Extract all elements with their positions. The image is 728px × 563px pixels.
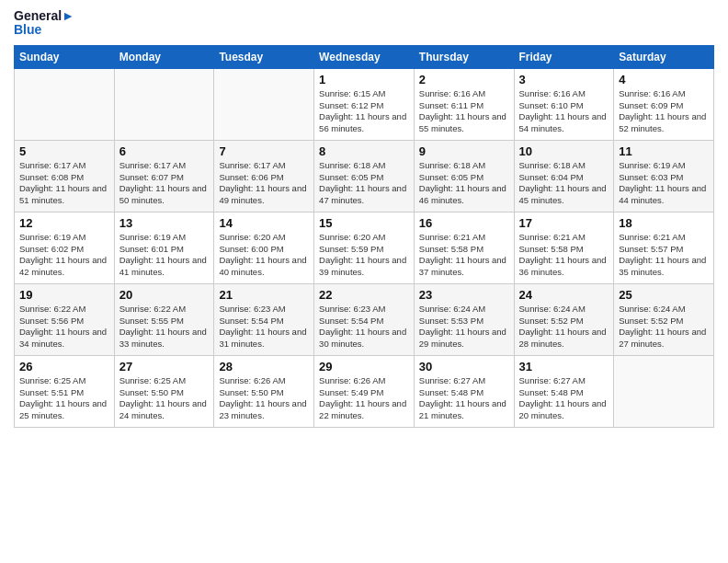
day-number: 24: [519, 288, 609, 302]
day-info: Sunrise: 6:16 AMSunset: 6:11 PMDaylight:…: [419, 88, 509, 135]
calendar-cell: 13 Sunrise: 6:19 AMSunset: 6:01 PMDaylig…: [114, 212, 214, 283]
day-info: Sunrise: 6:20 AMSunset: 6:00 PMDaylight:…: [219, 232, 309, 279]
day-info: Sunrise: 6:21 AMSunset: 5:58 PMDaylight:…: [419, 232, 509, 279]
day-number: 30: [419, 360, 509, 373]
calendar-cell: [214, 68, 314, 140]
calendar-cell: [114, 68, 214, 140]
calendar-cell: [614, 355, 714, 427]
calendar-container: General► Blue SundayMondayTuesdayWednesd…: [0, 0, 728, 437]
calendar-cell: 3 Sunrise: 6:16 AMSunset: 6:10 PMDayligh…: [514, 68, 614, 140]
day-info: Sunrise: 6:16 AMSunset: 6:10 PMDaylight:…: [519, 88, 609, 135]
weekday-header-thursday: Thursday: [414, 45, 514, 68]
day-info: Sunrise: 6:17 AMSunset: 6:08 PMDaylight:…: [19, 160, 109, 207]
calendar-cell: 6 Sunrise: 6:17 AMSunset: 6:07 PMDayligh…: [114, 140, 214, 212]
calendar-header: SundayMondayTuesdayWednesdayThursdayFrid…: [15, 45, 714, 68]
day-info: Sunrise: 6:21 AMSunset: 5:58 PMDaylight:…: [519, 232, 609, 279]
day-info: Sunrise: 6:26 AMSunset: 5:50 PMDaylight:…: [219, 375, 309, 422]
day-number: 15: [319, 216, 409, 230]
calendar-cell: 7 Sunrise: 6:17 AMSunset: 6:06 PMDayligh…: [214, 140, 314, 212]
weekday-header-sunday: Sunday: [15, 45, 115, 68]
day-number: 18: [619, 216, 709, 230]
calendar-cell: 12 Sunrise: 6:19 AMSunset: 6:02 PMDaylig…: [15, 212, 115, 283]
day-info: Sunrise: 6:22 AMSunset: 5:56 PMDaylight:…: [19, 304, 109, 350]
weekday-header-saturday: Saturday: [614, 45, 714, 68]
calendar-cell: [15, 68, 115, 140]
day-number: 16: [419, 216, 509, 230]
day-info: Sunrise: 6:16 AMSunset: 6:09 PMDaylight:…: [619, 88, 709, 135]
day-number: 20: [119, 288, 210, 302]
calendar-cell: 28 Sunrise: 6:26 AMSunset: 5:50 PMDaylig…: [214, 355, 314, 427]
day-number: 11: [619, 144, 709, 158]
day-number: 4: [619, 73, 709, 86]
logo: General► Blue: [14, 9, 74, 38]
day-number: 10: [519, 144, 609, 158]
header: General► Blue: [14, 9, 714, 38]
day-number: 22: [319, 288, 409, 302]
calendar-cell: 23 Sunrise: 6:24 AMSunset: 5:53 PMDaylig…: [414, 283, 514, 355]
calendar-cell: 1 Sunrise: 6:15 AMSunset: 6:12 PMDayligh…: [314, 68, 415, 140]
day-number: 7: [219, 144, 309, 158]
day-number: 23: [419, 288, 509, 302]
day-info: Sunrise: 6:18 AMSunset: 6:04 PMDaylight:…: [519, 160, 609, 207]
day-info: Sunrise: 6:18 AMSunset: 6:05 PMDaylight:…: [419, 160, 509, 207]
day-number: 5: [19, 144, 109, 158]
calendar-cell: 31 Sunrise: 6:27 AMSunset: 5:48 PMDaylig…: [514, 355, 614, 427]
calendar-cell: 29 Sunrise: 6:26 AMSunset: 5:49 PMDaylig…: [314, 355, 415, 427]
day-number: 29: [319, 360, 409, 373]
day-number: 9: [419, 144, 509, 158]
calendar-cell: 4 Sunrise: 6:16 AMSunset: 6:09 PMDayligh…: [614, 68, 714, 140]
day-info: Sunrise: 6:18 AMSunset: 6:05 PMDaylight:…: [319, 160, 409, 207]
calendar-cell: 16 Sunrise: 6:21 AMSunset: 5:58 PMDaylig…: [414, 212, 514, 283]
day-number: 6: [119, 144, 210, 158]
calendar-cell: 18 Sunrise: 6:21 AMSunset: 5:57 PMDaylig…: [614, 212, 714, 283]
day-info: Sunrise: 6:25 AMSunset: 5:50 PMDaylight:…: [119, 375, 210, 422]
day-info: Sunrise: 6:20 AMSunset: 5:59 PMDaylight:…: [319, 232, 409, 279]
day-info: Sunrise: 6:15 AMSunset: 6:12 PMDaylight:…: [319, 88, 409, 135]
day-number: 26: [19, 360, 109, 373]
calendar-cell: 5 Sunrise: 6:17 AMSunset: 6:08 PMDayligh…: [15, 140, 115, 212]
calendar-cell: 15 Sunrise: 6:20 AMSunset: 5:59 PMDaylig…: [314, 212, 415, 283]
day-number: 19: [19, 288, 109, 302]
calendar-table: SundayMondayTuesdayWednesdayThursdayFrid…: [14, 45, 714, 428]
calendar-cell: 27 Sunrise: 6:25 AMSunset: 5:50 PMDaylig…: [114, 355, 214, 427]
day-info: Sunrise: 6:19 AMSunset: 6:02 PMDaylight:…: [19, 232, 109, 279]
calendar-cell: 9 Sunrise: 6:18 AMSunset: 6:05 PMDayligh…: [414, 140, 514, 212]
calendar-cell: 21 Sunrise: 6:23 AMSunset: 5:54 PMDaylig…: [214, 283, 314, 355]
calendar-cell: 2 Sunrise: 6:16 AMSunset: 6:11 PMDayligh…: [414, 68, 514, 140]
weekday-header-monday: Monday: [114, 45, 214, 68]
weekday-header-tuesday: Tuesday: [214, 45, 314, 68]
calendar-cell: 24 Sunrise: 6:24 AMSunset: 5:52 PMDaylig…: [514, 283, 614, 355]
calendar-cell: 20 Sunrise: 6:22 AMSunset: 5:55 PMDaylig…: [114, 283, 214, 355]
day-info: Sunrise: 6:24 AMSunset: 5:53 PMDaylight:…: [419, 304, 509, 350]
calendar-cell: 14 Sunrise: 6:20 AMSunset: 6:00 PMDaylig…: [214, 212, 314, 283]
calendar-cell: 30 Sunrise: 6:27 AMSunset: 5:48 PMDaylig…: [414, 355, 514, 427]
day-number: 14: [219, 216, 309, 230]
day-number: 3: [519, 73, 609, 86]
day-number: 31: [519, 360, 609, 373]
day-info: Sunrise: 6:25 AMSunset: 5:51 PMDaylight:…: [19, 375, 109, 422]
day-number: 25: [619, 288, 709, 302]
day-number: 21: [219, 288, 309, 302]
weekday-header-wednesday: Wednesday: [314, 45, 415, 68]
day-info: Sunrise: 6:19 AMSunset: 6:01 PMDaylight:…: [119, 232, 210, 279]
day-info: Sunrise: 6:21 AMSunset: 5:57 PMDaylight:…: [619, 232, 709, 279]
day-number: 12: [19, 216, 109, 230]
day-info: Sunrise: 6:17 AMSunset: 6:06 PMDaylight:…: [219, 160, 309, 207]
calendar-cell: 25 Sunrise: 6:24 AMSunset: 5:52 PMDaylig…: [614, 283, 714, 355]
day-number: 28: [219, 360, 309, 373]
day-number: 13: [119, 216, 210, 230]
calendar-cell: 8 Sunrise: 6:18 AMSunset: 6:05 PMDayligh…: [314, 140, 415, 212]
calendar-cell: 11 Sunrise: 6:19 AMSunset: 6:03 PMDaylig…: [614, 140, 714, 212]
weekday-header-friday: Friday: [514, 45, 614, 68]
day-number: 8: [319, 144, 409, 158]
day-info: Sunrise: 6:24 AMSunset: 5:52 PMDaylight:…: [619, 304, 709, 350]
day-info: Sunrise: 6:24 AMSunset: 5:52 PMDaylight:…: [519, 304, 609, 350]
day-info: Sunrise: 6:19 AMSunset: 6:03 PMDaylight:…: [619, 160, 709, 207]
calendar-cell: 17 Sunrise: 6:21 AMSunset: 5:58 PMDaylig…: [514, 212, 614, 283]
day-info: Sunrise: 6:23 AMSunset: 5:54 PMDaylight:…: [319, 304, 409, 350]
day-info: Sunrise: 6:23 AMSunset: 5:54 PMDaylight:…: [219, 304, 309, 350]
day-info: Sunrise: 6:26 AMSunset: 5:49 PMDaylight:…: [319, 375, 409, 422]
day-info: Sunrise: 6:27 AMSunset: 5:48 PMDaylight:…: [519, 375, 609, 422]
calendar-cell: 19 Sunrise: 6:22 AMSunset: 5:56 PMDaylig…: [15, 283, 115, 355]
day-number: 27: [119, 360, 210, 373]
